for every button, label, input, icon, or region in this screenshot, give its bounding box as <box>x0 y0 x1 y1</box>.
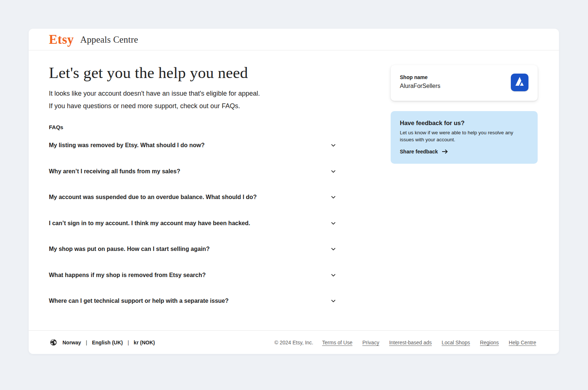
faq-item[interactable]: What happens if my shop is removed from … <box>49 262 336 288</box>
alura-logo-icon <box>511 73 528 92</box>
faq-question: Where can I get technical support or hel… <box>49 298 229 304</box>
header-title: Appeals Centre <box>80 34 138 45</box>
feedback-card: Have feedback for us? Let us know if we … <box>391 111 538 164</box>
faq-item[interactable]: Why aren’t I receiving all funds from my… <box>49 159 336 185</box>
chevron-down-icon[interactable] <box>330 194 336 200</box>
faq-question: My shop was put on pause. How can I star… <box>49 246 209 252</box>
faq-question: I can’t sign in to my account. I think m… <box>49 220 250 227</box>
share-feedback-link[interactable]: Share feedback <box>400 149 448 155</box>
chevron-down-icon[interactable] <box>330 272 336 278</box>
footer-link[interactable]: Local Shops <box>442 340 470 345</box>
chevron-down-icon[interactable] <box>330 298 336 304</box>
chevron-down-icon[interactable] <box>330 220 336 226</box>
faq-question: Why aren’t I receiving all funds from my… <box>49 168 180 175</box>
faq-item[interactable]: I can’t sign in to my account. I think m… <box>49 210 336 237</box>
footer-link[interactable]: Interest-based ads <box>389 340 432 345</box>
feedback-title: Have feedback for us? <box>400 120 528 127</box>
faq-list: My listing was removed by Etsy. What sho… <box>49 132 336 314</box>
locale-currency: kr (NOK) <box>134 340 155 345</box>
footer-links: Terms of UsePrivacyInterest-based adsLoc… <box>322 340 536 345</box>
appeals-centre-panel: Etsy Appeals Centre Let's get you the he… <box>29 29 559 354</box>
globe-icon <box>50 339 57 346</box>
shop-name-label: Shop name <box>400 74 440 80</box>
feedback-body: Let us know if we were able to help you … <box>400 129 521 143</box>
shop-name-value: AluraForSellers <box>400 83 440 89</box>
faq-item[interactable]: My account was suspended due to an overd… <box>49 184 336 210</box>
locale-language: English (UK) <box>92 340 123 345</box>
faq-question: What happens if my shop is removed from … <box>49 272 206 279</box>
faq-item[interactable]: My listing was removed by Etsy. What sho… <box>49 132 336 159</box>
share-feedback-label: Share feedback <box>400 149 438 155</box>
chevron-down-icon[interactable] <box>330 142 336 148</box>
faq-item[interactable]: Where can I get technical support or hel… <box>49 288 336 314</box>
footer-link[interactable]: Privacy <box>362 340 379 345</box>
locale-separator: | <box>86 340 87 345</box>
faq-section-label: FAQs <box>49 124 387 130</box>
subtitle: It looks like your account doesn't have … <box>49 87 387 112</box>
etsy-logo[interactable]: Etsy <box>49 33 74 46</box>
footer: Norway | English (UK) | kr (NOK) © 2024 … <box>29 330 559 354</box>
locale-separator: | <box>128 340 129 345</box>
chevron-down-icon[interactable] <box>330 169 336 174</box>
subtitle-line-1: It looks like your account doesn't have … <box>49 87 387 100</box>
footer-link[interactable]: Regions <box>480 340 499 345</box>
faq-item[interactable]: My shop was put on pause. How can I star… <box>49 236 336 262</box>
shop-card-text: Shop name AluraForSellers <box>400 74 440 89</box>
footer-link[interactable]: Terms of Use <box>322 340 352 345</box>
header: Etsy Appeals Centre <box>29 29 559 50</box>
main-content: Let's get you the help you need It looks… <box>29 50 407 314</box>
shop-card: Shop name AluraForSellers <box>391 65 538 101</box>
sidebar: Shop name AluraForSellers Have feedback … <box>391 65 538 164</box>
faq-question: My listing was removed by Etsy. What sho… <box>49 142 205 149</box>
chevron-down-icon[interactable] <box>330 246 336 252</box>
copyright-text: © 2024 Etsy, Inc. <box>275 340 313 345</box>
footer-links-row: © 2024 Etsy, Inc. Terms of UsePrivacyInt… <box>275 340 536 345</box>
faq-question: My account was suspended due to an overd… <box>49 194 257 201</box>
locale-picker-button[interactable]: Norway | English (UK) | kr (NOK) <box>50 339 155 346</box>
arrow-right-icon <box>442 149 448 154</box>
page-title: Let's get you the help you need <box>49 64 387 82</box>
locale-country: Norway <box>62 340 81 345</box>
footer-link[interactable]: Help Centre <box>509 340 536 345</box>
subtitle-line-2: If you have questions or need more suppo… <box>49 100 387 112</box>
shop-avatar <box>511 74 528 91</box>
